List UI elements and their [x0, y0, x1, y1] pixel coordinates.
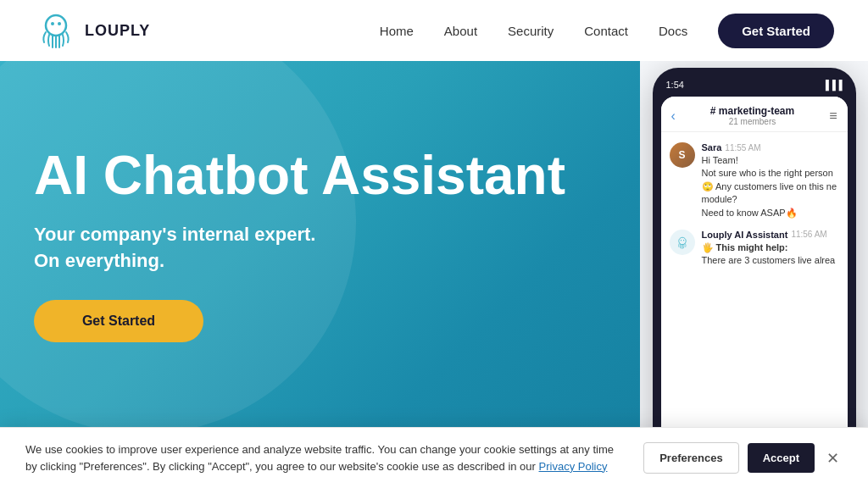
nav-security[interactable]: Security	[508, 24, 554, 38]
msg-time-sara: 11:55 AM	[725, 143, 760, 152]
logo-icon	[34, 7, 78, 54]
msg-content-sara: Sara 11:55 AM Hi Team! Not sure who is t…	[702, 142, 839, 219]
preferences-button[interactable]: Preferences	[643, 442, 738, 474]
logo-link[interactable]: LOUPLY	[34, 7, 150, 54]
header: LOUPLY Home About Security Contact Docs …	[0, 0, 868, 61]
svg-point-5	[682, 240, 683, 241]
hero-subtitle-line2: On everything.	[34, 250, 164, 271]
cookie-text-content: We use cookies to improve user experienc…	[25, 443, 614, 473]
phone-screen: ‹ # marketing-team 21 members ≡ S Sara	[661, 97, 848, 469]
hero-title: AI Chatbot Assistant	[34, 146, 606, 205]
avatar-bot	[670, 230, 695, 255]
hero-subtitle-line1: Your company's internal expert.	[34, 224, 315, 245]
cookie-banner: We use cookies to improve user experienc…	[0, 427, 868, 488]
get-started-button[interactable]: Get Started	[718, 14, 834, 48]
accept-button[interactable]: Accept	[748, 443, 815, 473]
cookie-text: We use cookies to improve user experienc…	[25, 441, 626, 474]
msg-content-bot: Louply AI Assistant 11:56 AM 🖐️ This mig…	[702, 230, 839, 268]
cookie-actions: Preferences Accept ✕	[643, 442, 843, 474]
message-sara: S Sara 11:55 AM Hi Team! Not sure who is…	[670, 142, 839, 219]
msg-text-bot: 🖐️ This might help: There are 3 customer…	[702, 241, 839, 268]
main-nav: Home About Security Contact Docs Get Sta…	[380, 14, 834, 48]
svg-point-0	[46, 15, 66, 36]
phone-back-icon[interactable]: ‹	[671, 108, 676, 124]
phone-messages-list: S Sara 11:55 AM Hi Team! Not sure who is…	[661, 132, 848, 454]
phone-signal-icon: ▐▐▐	[822, 80, 842, 90]
hero-section: AI Chatbot Assistant Your company's inte…	[0, 61, 640, 488]
nav-home[interactable]: Home	[380, 24, 414, 38]
phone-menu-icon[interactable]: ≡	[829, 108, 837, 124]
message-bot: Louply AI Assistant 11:56 AM 🖐️ This mig…	[670, 230, 839, 268]
avatar-sara: S	[670, 142, 695, 168]
svg-point-3	[678, 237, 685, 244]
phone-channel-name: # marketing-team	[710, 105, 794, 117]
msg-text-sara: Hi Team! Not sure who is the right perso…	[702, 154, 839, 219]
hero-cta-button[interactable]: Get Started	[34, 300, 203, 342]
phone-area: 1:54 ▐▐▐ ‹ # marketing-team 21 members ≡…	[640, 61, 868, 488]
phone-status-bar: 1:54 ▐▐▐	[661, 80, 848, 97]
svg-point-4	[680, 240, 681, 241]
msg-time-bot: 11:56 AM	[791, 230, 826, 239]
phone-time: 1:54	[666, 80, 684, 90]
phone-mockup: 1:54 ▐▐▐ ‹ # marketing-team 21 members ≡…	[653, 68, 856, 483]
close-cookie-button[interactable]: ✕	[823, 447, 843, 469]
svg-point-2	[58, 22, 61, 25]
privacy-policy-link[interactable]: Privacy Policy	[539, 460, 608, 473]
svg-point-1	[51, 22, 54, 25]
logo-text: LOUPLY	[85, 22, 150, 40]
nav-contact[interactable]: Contact	[584, 24, 628, 38]
main-content: AI Chatbot Assistant Your company's inte…	[0, 61, 868, 488]
phone-members-count: 21 members	[710, 117, 794, 126]
hero-subtitle: Your company's internal expert. On every…	[34, 222, 606, 274]
msg-sender-bot: Louply AI Assistant	[702, 230, 788, 240]
phone-channel-header: ‹ # marketing-team 21 members ≡	[661, 97, 848, 132]
msg-sender-sara: Sara	[702, 142, 722, 152]
nav-about[interactable]: About	[444, 24, 477, 38]
nav-docs[interactable]: Docs	[659, 24, 687, 38]
